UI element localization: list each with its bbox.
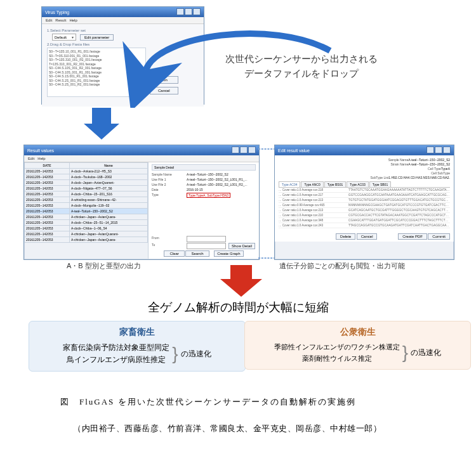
- menu-help[interactable]: Help: [37, 157, 45, 160]
- figure-title: 図 FluGAS を用いた次世代シーケンサーデータの自動解析の実施例: [60, 396, 356, 408]
- window-title: Virus Typing: [45, 10, 69, 15]
- authors-line: （内田裕子、西藤岳彦、竹前喜洋、常國良太、金平克史、岡岳彦、中村雄一郎）: [73, 424, 381, 434]
- titlebar: Result values: [24, 145, 259, 155]
- livestock-box: 家畜衛生 家畜伝染病予防法対象亜型同定 鳥インフルエンザ病原性推定 } の迅速化: [29, 321, 246, 372]
- from-input[interactable]: [187, 236, 226, 242]
- table-row[interactable]: 20161205─142053A-duck─Mongolia─119─02: [25, 203, 148, 209]
- livestock-header: 家畜衛生: [36, 327, 239, 338]
- chevron-down-icon: ▾: [72, 35, 74, 39]
- bracket-icon: }: [402, 346, 408, 360]
- window-edit-result: Edit result value Sample NameA-teal─Tott…: [274, 145, 454, 260]
- center-summary: 全ゲノム解析の時間が大幅に短縮: [0, 299, 476, 316]
- down-arrow-1-icon: [83, 108, 121, 143]
- search-button[interactable]: Search: [185, 250, 209, 257]
- menu-result[interactable]: Result: [55, 18, 66, 22]
- titlebar: Virus Typing: [42, 7, 204, 17]
- param-dropdown[interactable]: Default ▾: [52, 34, 76, 41]
- table-row[interactable]: 20161205─142053A-duck─Tsukuba─168─2002: [25, 174, 148, 180]
- table-row[interactable]: 20161205─142053A-chicken─Japan─AvianQuar…: [25, 231, 148, 237]
- sequence-row: … Cover ratio:1.0 Average cov:348CGAAGCA…: [279, 218, 450, 223]
- table-row[interactable]: 20161205─142053A-duck─Chiba─15─201_S16: [25, 191, 148, 197]
- menu-help[interactable]: Help: [69, 18, 77, 22]
- segment-tab[interactable]: Type AC03: [347, 181, 368, 187]
- sequence-row: … Cover ratio:1.0 Average cov:217GGTCCGA…: [279, 193, 450, 198]
- type-subtype-badge: Type:TypeA, SubType:H5N3: [187, 193, 230, 198]
- dashed-line-bottom: [258, 257, 275, 259]
- window-title: Result values: [27, 148, 54, 153]
- results-table[interactable]: DATE Name 20161205─142053A-duck─Ankara-2…: [24, 162, 148, 243]
- create-graph-button[interactable]: Create Graph: [214, 250, 243, 257]
- th-name: Name: [70, 163, 148, 169]
- public-health-box: 公衆衛生 季節性インフルエンザのワクチン株選定 薬剤耐性ウイルス推定 } の迅速…: [244, 321, 471, 370]
- sequence-row: … Cover ratio:1.0 Average cov:218TTAATGT…: [279, 188, 450, 193]
- segment-tab[interactable]: Type BS01: [324, 181, 346, 187]
- caption-right: 遺伝子分節ごとの配列も閲覧・出力可能: [279, 261, 405, 271]
- sequence-row: … Cover ratio:1.0 Average cov:213GCATCAG…: [279, 208, 450, 213]
- bracket-icon: }: [172, 347, 178, 361]
- table-row[interactable]: 20161205─142053A-duck─Niigata─477─07_S6: [25, 186, 148, 191]
- show-detail-button[interactable]: Show Detail: [228, 243, 255, 249]
- segment-tab[interactable]: Type ANC0: [301, 181, 323, 187]
- table-row[interactable]: 20161205─142053A-whistling-swan─Shimane─…: [25, 197, 148, 203]
- th-sample-detail: Sample Detail: [152, 164, 256, 171]
- titlebar: Edit result value: [275, 145, 454, 155]
- clear-button[interactable]: Clear: [164, 250, 184, 257]
- window-result-values: Result values Edit Help DATE Name 201612…: [23, 145, 260, 260]
- table-row[interactable]: 20161205─142053A-chicken─Japan─AvianQuar…: [25, 237, 148, 243]
- table-row[interactable]: 20161205─142053A-duck─Chiba─25─51─14_201…: [25, 220, 148, 226]
- diagram-page: Virus Typing Edit Result Help 1.Select P…: [0, 0, 476, 454]
- table-row[interactable]: 20161205─142053A-duck─Chiba─1─06_S4: [25, 226, 148, 231]
- table-row[interactable]: 20161205─142053A-duck─Ankara-212─H5_S3: [25, 169, 148, 174]
- window-title: Edit result value: [278, 148, 310, 153]
- public-header: 公衆衛生: [251, 327, 464, 338]
- to-input[interactable]: [187, 243, 226, 249]
- menu-edit[interactable]: Edit: [28, 157, 34, 160]
- caption-left: A・B 型別と亜型の出力: [67, 261, 141, 271]
- cancel-button[interactable]: Cancel: [357, 233, 378, 240]
- menu-edit[interactable]: Edit: [46, 18, 52, 22]
- commit-button[interactable]: Commit: [428, 233, 450, 240]
- window-controls[interactable]: [231, 146, 256, 154]
- table-row[interactable]: 20161205─142053A-chicken─Japan─AvianQuar…: [25, 214, 148, 220]
- table-row[interactable]: 20161205─142053A-teal─Tottori─150─2002_S…: [25, 209, 148, 214]
- th-date: DATE: [25, 163, 70, 169]
- window-controls[interactable]: [426, 146, 451, 154]
- param-value: Default: [55, 36, 67, 39]
- table-row[interactable]: 20161205─142053A-duck─Japan─AvianQuarant…: [25, 180, 148, 186]
- menubar[interactable]: Edit Help: [24, 155, 259, 162]
- segment-tabs[interactable]: Type AC04Type ANC0Type BS01Type AC03Type…: [279, 181, 450, 188]
- segment-tab[interactable]: Type AC04: [279, 181, 300, 187]
- create-pdf-button[interactable]: Create PDF: [398, 233, 427, 240]
- segment-tab[interactable]: Type SB01: [369, 181, 391, 187]
- sequence-row: … Cover ratio:0.99 Average cov:465NNNNNN…: [279, 203, 450, 208]
- down-arrow-red-icon: [219, 265, 263, 298]
- window-controls[interactable]: [176, 8, 201, 16]
- sequence-list: … Cover ratio:1.0 Average cov:218TTAATGT…: [279, 188, 450, 232]
- sequence-row: … Cover ratio:1.0 Average cov:213TGTGTGC…: [279, 198, 450, 203]
- sequence-row: … Cover ratio:1.0 Average cov:243TTAGCCA…: [279, 223, 450, 228]
- delete-button[interactable]: Delete: [336, 233, 355, 240]
- dashed-line-top: [258, 148, 275, 150]
- drop-annotation: 次世代シーケンサーから出力されるデータファイルをドロップ: [225, 52, 378, 81]
- sequence-row: … Cover ratio:1.0 Average cov:210CGTGCGA…: [279, 213, 450, 218]
- menubar[interactable]: Edit Result Help: [42, 17, 204, 24]
